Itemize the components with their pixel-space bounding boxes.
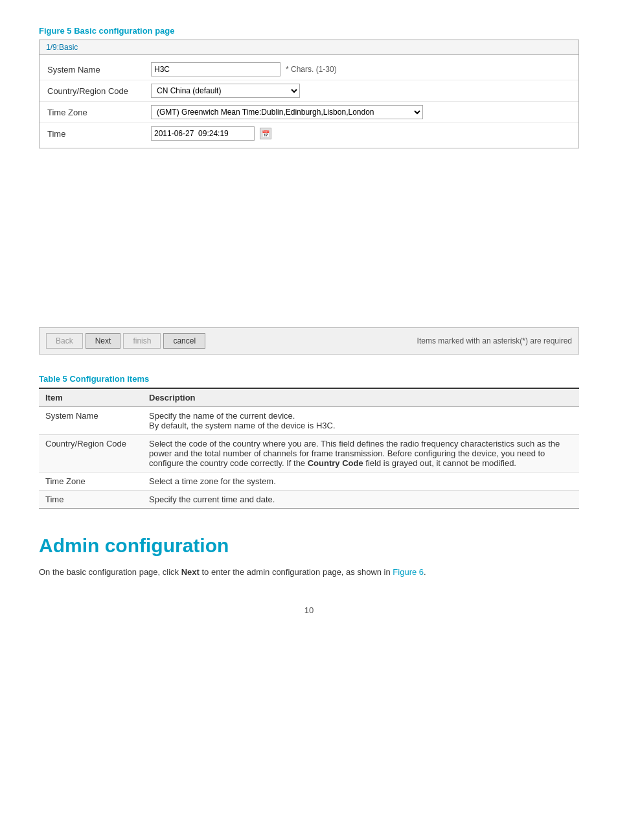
config-table: Item Description System Name Specify the…: [39, 388, 579, 509]
figure-6-link[interactable]: Figure 6: [393, 567, 424, 577]
required-note: Items marked with an asterisk(*) are req…: [417, 336, 572, 345]
time-zone-label: Time Zone: [47, 108, 151, 117]
next-button[interactable]: Next: [86, 333, 121, 349]
col-header-description: Description: [143, 388, 579, 407]
admin-section-text: On the basic configuration page, click N…: [39, 566, 579, 579]
system-name-hint: * Chars. (1-30): [286, 65, 337, 74]
button-bar: Back Next finish cancel Items marked wit…: [39, 327, 579, 355]
calendar-icon[interactable]: 📅: [260, 128, 271, 139]
system-name-input[interactable]: [151, 62, 280, 76]
row-desc-system-name: Specify the name of the current device. …: [143, 407, 579, 435]
admin-next-bold: Next: [181, 567, 200, 577]
country-code-controls: CN China (default): [151, 84, 300, 98]
admin-text-after: to enter the admin configuration page, a…: [200, 567, 393, 577]
finish-button[interactable]: finish: [123, 333, 161, 349]
country-code-select[interactable]: CN China (default): [151, 84, 300, 98]
spacer: [39, 159, 579, 327]
system-name-controls: * Chars. (1-30): [151, 62, 337, 76]
time-label: Time: [47, 129, 151, 139]
table-row: System Name Specify the name of the curr…: [39, 407, 579, 435]
table-row: Country/Region Code Select the code of t…: [39, 435, 579, 472]
row-item-country-code: Country/Region Code: [39, 435, 143, 472]
config-panel: 1/9:Basic System Name * Chars. (1-30) Co…: [39, 40, 579, 148]
country-code-label: Country/Region Code: [47, 86, 151, 96]
row-item-time: Time: [39, 491, 143, 509]
system-name-label: System Name: [47, 65, 151, 75]
time-zone-row: Time Zone (GMT) Greenwich Mean Time:Dubl…: [40, 102, 578, 123]
panel-body: System Name * Chars. (1-30) Country/Regi…: [40, 55, 578, 148]
page-number: 10: [39, 605, 579, 615]
time-input[interactable]: [151, 126, 255, 141]
time-zone-controls: (GMT) Greenwich Mean Time:Dublin,Edinbur…: [151, 105, 423, 119]
row-desc-country-code: Select the code of the country where you…: [143, 435, 579, 472]
admin-text-end: .: [424, 567, 426, 577]
row-item-system-name: System Name: [39, 407, 143, 435]
time-controls: 📅: [151, 126, 271, 141]
panel-tab: 1/9:Basic: [40, 40, 578, 55]
system-name-row: System Name * Chars. (1-30): [40, 59, 578, 80]
admin-section-heading: Admin configuration: [39, 535, 579, 557]
figure-title: Figure 5 Basic configuration page: [39, 26, 579, 36]
col-header-item: Item: [39, 388, 143, 407]
admin-text-before: On the basic configuration page, click: [39, 567, 181, 577]
row-item-time-zone: Time Zone: [39, 472, 143, 491]
table-row: Time Specify the current time and date.: [39, 491, 579, 509]
time-row: Time 📅: [40, 123, 578, 144]
time-zone-select[interactable]: (GMT) Greenwich Mean Time:Dublin,Edinbur…: [151, 105, 423, 119]
back-button[interactable]: Back: [46, 333, 83, 349]
cancel-button[interactable]: cancel: [163, 333, 205, 349]
country-code-row: Country/Region Code CN China (default): [40, 80, 578, 102]
table-row: Time Zone Select a time zone for the sys…: [39, 472, 579, 491]
table-title: Table 5 Configuration items: [39, 374, 579, 384]
row-desc-time-zone: Select a time zone for the system.: [143, 472, 579, 491]
row-desc-time: Specify the current time and date.: [143, 491, 579, 509]
